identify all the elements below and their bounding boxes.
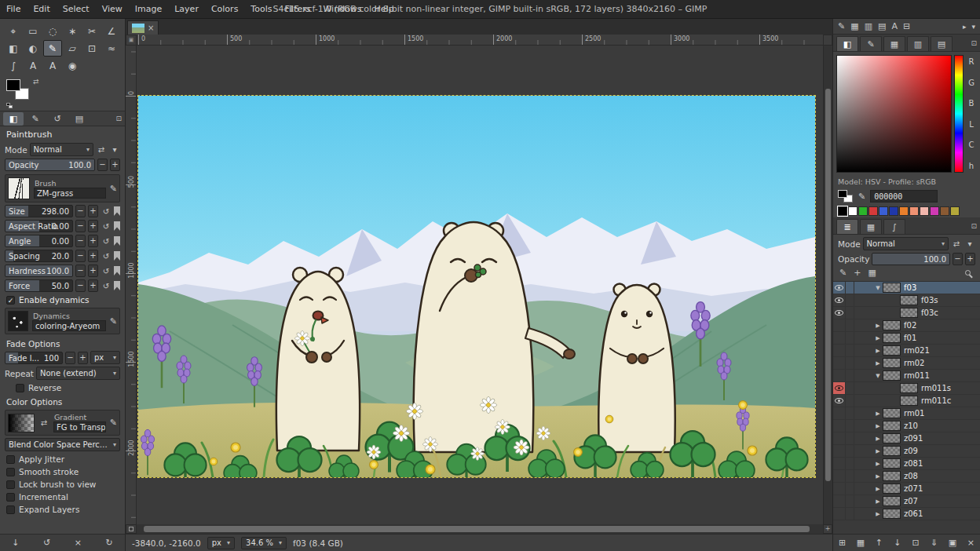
vertical-ruler[interactable]: 0500100015002000 [126,46,137,524]
angle-increase-button[interactable]: + [88,235,98,247]
incremental-checkbox[interactable] [6,493,15,502]
quickmask-toggle[interactable] [126,524,137,534]
layer-row-z071[interactable]: ▶z071 [833,483,980,495]
menu-filters[interactable]: Filters [278,0,316,18]
layer-opacity-slider[interactable]: 100.0 [872,253,950,265]
mode-menu-icon[interactable]: ▾ [109,144,120,156]
swap-colors-icon[interactable]: ⇄ [33,78,39,86]
menu-help[interactable]: Help [368,0,400,18]
layer-row-f03[interactable]: ▼f03 [833,282,980,294]
ruler-origin-button[interactable]: ▣ [126,35,137,46]
angle-reset-button[interactable]: ↺ [101,235,112,247]
edit-brush-icon[interactable]: ✎ [110,184,117,194]
close-tab-icon[interactable]: × [148,24,154,32]
layer-link-cell[interactable] [846,445,854,457]
lock-alpha-icon[interactable]: ▦ [868,268,876,278]
gradients-dock-icon[interactable]: ▥ [865,21,872,31]
layer-visibility-toggle[interactable] [833,357,846,369]
layer-expander-icon[interactable]: ▶ [873,498,883,505]
aspect-ratio-link-toggle[interactable] [114,221,120,231]
images-tab[interactable]: ▤ [69,112,90,126]
layer-mode-switch-icon[interactable]: ⇄ [951,238,962,250]
blend-color-space-dropdown[interactable]: Blend Color Space Perce... ▾ [5,438,120,451]
layer-visibility-toggle[interactable] [833,458,846,469]
menu-file[interactable]: File [0,0,27,18]
layer-row-f02[interactable]: ▶f02 [833,319,980,332]
layer-link-cell[interactable] [846,508,854,520]
dialog-menu-icon[interactable]: ⊡ [971,35,977,51]
delete-layer-button[interactable]: × [963,538,978,548]
layer-expander-icon[interactable]: ▼ [873,373,883,379]
paint-mode-dropdown[interactable]: Normal ▾ [30,143,93,156]
layer-expander-icon[interactable]: ▶ [873,423,883,429]
paths-tool[interactable]: ∫ [4,57,23,74]
fade-increase-button[interactable]: + [78,352,88,364]
tab-scroll-right-icon[interactable]: ▸ [963,23,967,31]
fade-unit-dropdown[interactable]: px ▾ [90,351,120,364]
layer-visibility-toggle[interactable] [833,508,846,520]
add-mask-button[interactable]: ▣ [945,538,960,548]
channel-r-button[interactable]: R [966,57,977,66]
reverse-row[interactable]: Reverse [16,383,119,392]
saturation-value-square[interactable] [836,55,952,173]
brushes-dock-icon[interactable]: ✎ [838,21,845,31]
fade-decrease-button[interactable]: − [65,352,75,364]
size-decrease-button[interactable]: − [75,205,86,217]
layer-link-cell[interactable] [846,395,854,407]
device-status-tab[interactable]: ✎ [25,112,46,126]
layer-visibility-toggle[interactable] [833,382,846,394]
palette-swatch-9[interactable] [930,206,939,216]
layer-expander-icon[interactable]: ▶ [873,348,883,354]
lower-layer-button[interactable]: ↓ [890,538,905,548]
toggle-apply-jitter[interactable]: Apply Jitter [6,454,119,464]
gradient-reverse-icon[interactable]: ⇄ [38,417,49,429]
navigation-button[interactable]: + [823,524,832,534]
toggle-expand-layers[interactable]: Expand Layers [6,505,119,514]
fonts-dock-icon[interactable]: A [891,21,898,31]
layer-row-rm021[interactable]: ▶rm021 [833,345,980,357]
layer-visibility-toggle[interactable] [833,445,846,457]
brush-editor-tab[interactable]: ✎ [860,36,882,51]
spacing-decrease-button[interactable]: − [75,250,86,262]
channel-l-button[interactable]: L [966,120,977,129]
layer-row-f03c[interactable]: f03c [833,307,980,319]
dynamics-selector[interactable]: Dynamics coloring-Aryeom ✎ [5,308,120,334]
layer-link-cell[interactable] [846,345,854,356]
layer-row-z061[interactable]: ▶z061 [833,508,980,520]
zoom-dropdown[interactable]: 34.6 % ▾ [241,537,287,549]
hardness-increase-button[interactable]: + [88,265,98,277]
layer-visibility-toggle[interactable] [833,294,846,306]
repeat-dropdown[interactable]: None (extend) ▾ [36,367,120,380]
hex-color-input[interactable] [870,190,938,203]
palette-swatch-3[interactable] [868,206,878,216]
foreground-color-swatch[interactable] [6,79,20,91]
aspect-ratio-reset-button[interactable]: ↺ [101,220,112,232]
hardness-reset-button[interactable]: ↺ [101,265,112,277]
eraser-tool[interactable]: ▱ [63,40,82,57]
enable-dynamics-checkbox[interactable]: ✓ [6,296,15,305]
layer-row-rm011[interactable]: ▼rm011 [833,370,980,382]
opacity-decrease-button[interactable]: − [97,159,108,171]
vertical-scrollbar-thumb[interactable] [825,89,831,481]
layer-expander-icon[interactable]: ▼ [873,285,883,291]
layer-link-cell[interactable] [846,382,854,394]
crop-tool[interactable]: ✂ [82,23,101,39]
palette-swatch-4[interactable] [879,206,888,216]
layer-expander-icon[interactable]: ▶ [873,335,883,341]
layer-visibility-toggle[interactable] [833,495,846,507]
horizontal-scrollbar-thumb[interactable] [144,526,810,532]
raise-layer-button[interactable]: ↑ [871,538,887,548]
free-select-tool[interactable]: ◌ [43,23,62,39]
layer-link-cell[interactable] [846,458,854,469]
layers-tab[interactable]: ≣ [836,219,858,234]
new-group-button[interactable]: ▦ [853,538,868,548]
paintbrush-tool[interactable]: ✎ [43,40,62,57]
layer-expander-icon[interactable]: ▶ [873,323,883,329]
layer-expander-icon[interactable]: ▶ [873,461,883,467]
smooth-stroke-checkbox[interactable] [6,468,15,476]
layer-opacity-increase-button[interactable]: + [965,253,975,265]
force-slider[interactable]: Force50.0 [5,279,73,292]
gradient-name-field[interactable]: FG to Transpar [53,421,106,432]
patterns-dock-icon[interactable]: ▦ [850,21,858,31]
palette-swatch-6[interactable] [899,206,909,216]
